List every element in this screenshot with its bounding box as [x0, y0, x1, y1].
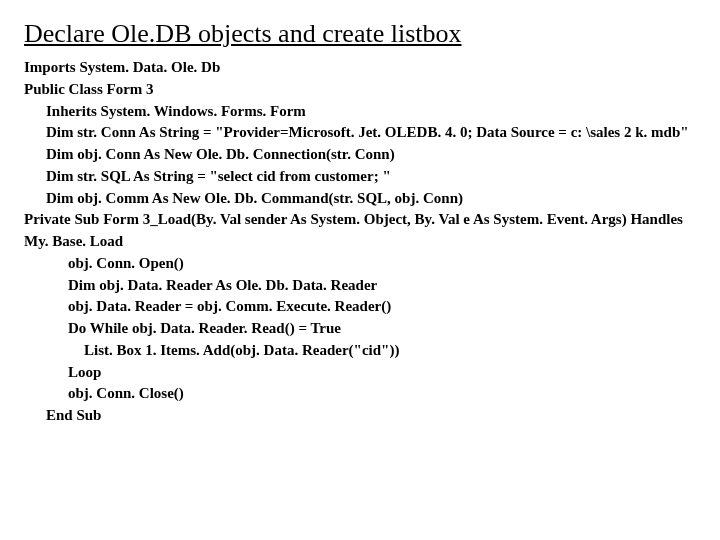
code-line: obj. Conn. Open() [24, 253, 696, 275]
code-block: Imports System. Data. Ole. DbPublic Clas… [24, 57, 696, 427]
code-line: Dim obj. Conn As New Ole. Db. Connection… [24, 144, 696, 166]
code-line: obj. Data. Reader = obj. Comm. Execute. … [24, 296, 696, 318]
code-line: obj. Conn. Close() [24, 383, 696, 405]
code-line: Inherits System. Windows. Forms. Form [24, 101, 696, 123]
code-line: Public Class Form 3 [24, 79, 696, 101]
page-title: Declare Ole.DB objects and create listbo… [24, 18, 696, 49]
code-line: Dim str. SQL As String = "select cid fro… [24, 166, 696, 188]
code-line: Dim str. Conn As String = "Provider=Micr… [24, 122, 696, 144]
code-line: Imports System. Data. Ole. Db [24, 57, 696, 79]
code-line: Loop [24, 362, 696, 384]
code-line: Dim obj. Data. Reader As Ole. Db. Data. … [24, 275, 696, 297]
code-line: End Sub [24, 405, 696, 427]
code-line: List. Box 1. Items. Add(obj. Data. Reade… [24, 340, 696, 362]
code-line: Private Sub Form 3_Load(By. Val sender A… [24, 209, 696, 253]
code-line: Do While obj. Data. Reader. Read() = Tru… [24, 318, 696, 340]
code-line: Dim obj. Comm As New Ole. Db. Command(st… [24, 188, 696, 210]
